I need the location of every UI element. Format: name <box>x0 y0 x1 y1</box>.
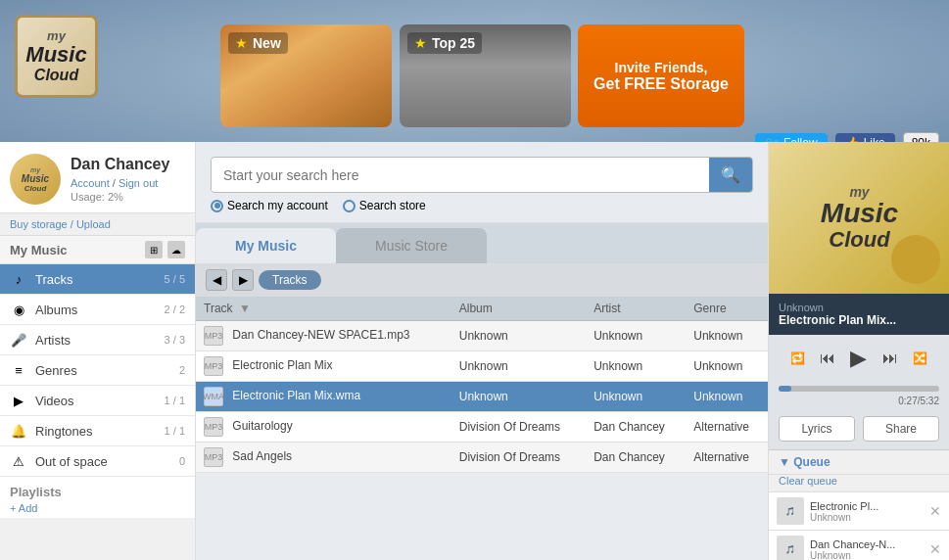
track-name: Sad Angels <box>232 449 292 463</box>
player-controls: 🔁 ⏮ ▶ ⏭ 🔀 <box>769 335 949 382</box>
twitter-follow-button[interactable]: 🐦 Follow <box>755 133 828 142</box>
banner-new[interactable]: ★ New <box>220 24 392 127</box>
search-my-account-option[interactable]: Search my account <box>211 199 328 212</box>
ringtones-icon: 🔔 <box>10 422 27 440</box>
sidebar-tracks-label: Tracks <box>35 272 157 287</box>
signout-link[interactable]: Sign out <box>119 177 158 189</box>
sidebar: my Music Cloud Dan Chancey Account / Sig… <box>0 142 196 560</box>
next-button[interactable]: ⏭ <box>879 347 901 370</box>
like-count: 80k <box>903 132 939 142</box>
shuffle-button[interactable]: 🔀 <box>910 349 930 368</box>
sidebar-item-tracks[interactable]: ♪ Tracks 5 / 5 <box>0 264 195 295</box>
app-logo[interactable]: my Music Cloud <box>15 15 196 127</box>
queue-item: 🎵 Electronic Pl... Unknown ✕ <box>769 492 949 531</box>
table-row[interactable]: WMA Electronic Plan Mix.wma Unknown Unkn… <box>196 382 768 412</box>
sidebar-item-albums[interactable]: ◉ Albums 2 / 2 <box>0 295 195 325</box>
track-name: Dan Chancey-NEW SPACE1.mp3 <box>232 328 409 342</box>
search-button[interactable]: 🔍 <box>709 158 752 192</box>
clear-queue-button[interactable]: Clear queue <box>769 475 949 492</box>
search-my-account-label: Search my account <box>227 199 328 212</box>
sidebar-controls: My Music ⊞ ☁ <box>0 236 195 264</box>
track-artist-cell: Unknown <box>586 382 686 412</box>
play-button[interactable]: ▶ <box>847 343 870 374</box>
username: Dan Chancey <box>71 156 169 173</box>
sidebar-ringtones-label: Ringtones <box>35 424 157 439</box>
main-content: my Music Cloud Dan Chancey Account / Sig… <box>0 142 949 560</box>
tracks-icon: ♪ <box>10 270 27 288</box>
track-type-icon: MP3 <box>204 326 223 346</box>
track-table: Track ▼ Album Artist Genre MP3 Dan Chanc… <box>196 297 768 473</box>
prev-button[interactable]: ⏮ <box>817 347 838 370</box>
playlists-label: Playlists <box>10 485 185 499</box>
sidebar-item-videos[interactable]: ▶ Videos 1 / 1 <box>0 386 195 416</box>
add-playlist-button[interactable]: + Add <box>10 502 185 514</box>
banner-invite[interactable]: Invite Friends, Get FREE Storage <box>578 24 744 127</box>
sidebar-item-ringtones[interactable]: 🔔 Ringtones 1 / 1 <box>0 416 195 446</box>
sidebar-item-genres[interactable]: ≡ Genres 2 <box>0 355 195 386</box>
sidebar-albums-count: 2 / 2 <box>165 303 185 315</box>
table-row[interactable]: MP3 Electronic Plan Mix Unknown Unknown … <box>196 351 768 382</box>
search-input[interactable] <box>212 160 709 191</box>
track-artist-cell: Dan Chancey <box>586 443 686 473</box>
queue-item-close-2[interactable]: ✕ <box>929 541 941 557</box>
invite-text-1: Invite Friends, <box>615 60 708 75</box>
center-content: 🔍 Search my account Search store My Musi… <box>196 142 768 560</box>
queue-header[interactable]: ▼ Queue <box>769 450 949 475</box>
lyrics-share-bar: Lyrics Share <box>769 408 949 450</box>
banner-top25[interactable]: ★ Top 25 <box>400 24 571 127</box>
time-total: 5:32 <box>921 396 939 406</box>
table-row[interactable]: MP3 Guitarology Division Of Dreams Dan C… <box>196 412 768 443</box>
search-bar: 🔍 Search my account Search store <box>196 142 768 223</box>
vinyl-circle <box>891 235 940 284</box>
grid-icon[interactable]: ⊞ <box>145 241 163 258</box>
facebook-like-button[interactable]: 👍 Like <box>835 133 895 142</box>
header: my Music Cloud ★ New ★ Top 25 Invite Fri… <box>0 0 949 142</box>
sidebar-albums-label: Albums <box>35 303 157 317</box>
sort-arrow-track: ▼ <box>239 302 251 315</box>
queue-item-close-1[interactable]: ✕ <box>929 503 941 519</box>
track-artist-cell: Dan Chancey <box>586 412 686 443</box>
track-table-wrap: ◀ ▶ Tracks Track ▼ Album Artist Genre <box>196 263 768 560</box>
playlists-section: Playlists + Add <box>0 477 195 518</box>
upload-link[interactable]: Upload <box>76 218 111 230</box>
account-link[interactable]: Account <box>71 177 110 189</box>
nav-back-button[interactable]: ◀ <box>206 269 227 291</box>
tab-bar: My Music Music Store <box>196 223 768 263</box>
track-name: Electronic Plan Mix <box>232 358 332 372</box>
queue-item-artist-2: Unknown <box>810 550 924 561</box>
progress-bar[interactable] <box>779 386 939 392</box>
cloud-icon[interactable]: ☁ <box>167 241 185 258</box>
outofspace-icon: ⚠ <box>10 452 27 470</box>
col-header-artist[interactable]: Artist <box>586 297 686 321</box>
queue-label: ▼ Queue <box>779 455 830 469</box>
account-links: Account / Sign out <box>71 177 169 189</box>
track-album-cell: Unknown <box>451 321 586 351</box>
player-panel: my Music Cloud Unknown Electronic Plan M… <box>768 142 949 560</box>
track-type-icon: MP3 <box>204 447 223 467</box>
track-title-cell: WMA Electronic Plan Mix.wma <box>196 382 451 412</box>
table-row[interactable]: MP3 Dan Chancey-NEW SPACE1.mp3 Unknown U… <box>196 321 768 351</box>
sidebar-item-artists[interactable]: 🎤 Artists 3 / 3 <box>0 325 195 355</box>
col-header-album[interactable]: Album <box>451 297 586 321</box>
sidebar-genres-label: Genres <box>35 363 171 378</box>
track-type-icon: MP3 <box>204 417 223 437</box>
sidebar-outofspace-label: Out of space <box>35 454 171 469</box>
repeat-button[interactable]: 🔁 <box>787 349 808 368</box>
banner-new-label: New <box>253 35 281 51</box>
search-store-option[interactable]: Search store <box>343 199 426 212</box>
twitter-icon: 🐦 <box>765 136 780 142</box>
tab-my-music[interactable]: My Music <box>196 228 336 263</box>
buy-storage-link[interactable]: Buy storage <box>10 218 68 230</box>
sidebar-genres-count: 2 <box>179 364 185 376</box>
col-header-track[interactable]: Track ▼ <box>196 297 451 321</box>
table-row[interactable]: MP3 Sad Angels Division Of Dreams Dan Ch… <box>196 443 768 473</box>
lyrics-button[interactable]: Lyrics <box>779 416 855 442</box>
sidebar-item-outofspace[interactable]: ⚠ Out of space 0 <box>0 446 195 477</box>
tab-music-store[interactable]: Music Store <box>336 228 487 263</box>
radio-my-account <box>211 200 223 212</box>
col-header-genre[interactable]: Genre <box>686 297 768 321</box>
nav-forward-button[interactable]: ▶ <box>232 269 254 291</box>
sidebar-ringtones-count: 1 / 1 <box>165 425 185 437</box>
share-button[interactable]: Share <box>863 416 939 442</box>
sidebar-outofspace-count: 0 <box>179 455 185 467</box>
